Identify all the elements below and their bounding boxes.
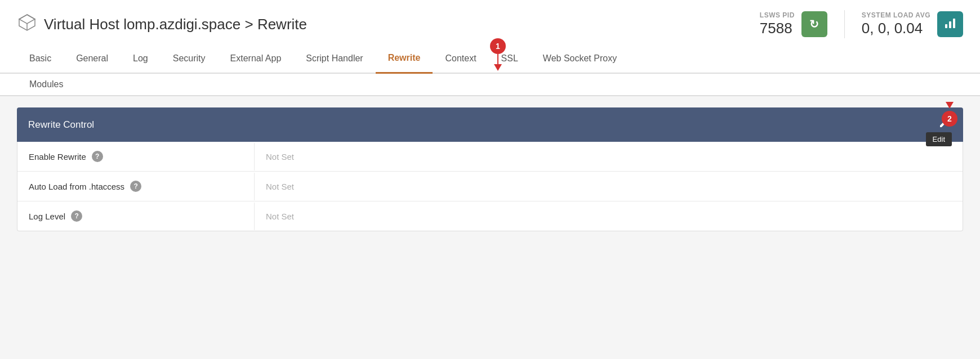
svg-rect-3 <box>945 24 947 28</box>
table-row: Log Level ? Not Set <box>17 201 963 231</box>
section-header: Rewrite Control Edit <box>17 107 963 142</box>
chart-icon <box>943 16 957 33</box>
rewrite-control-table: Enable Rewrite ? Not Set Auto Load from … <box>17 142 963 231</box>
refresh-icon: ↻ <box>809 17 819 31</box>
tab-modules[interactable]: Modules <box>17 74 75 95</box>
cube-icon <box>17 12 37 37</box>
enable-rewrite-help[interactable]: ? <box>92 151 103 162</box>
tab-ssl[interactable]: SSL <box>489 44 531 73</box>
edit-button[interactable]: Edit <box>936 115 952 134</box>
system-load-value: 0, 0, 0.04 <box>862 20 930 37</box>
svg-marker-1 <box>19 15 35 24</box>
svg-rect-5 <box>953 19 955 28</box>
enable-rewrite-label: Enable Rewrite <box>29 152 86 161</box>
lsws-pid-label: LSWS PID <box>760 11 795 19</box>
edit-tooltip: Edit <box>926 132 952 146</box>
table-row: Enable Rewrite ? Not Set <box>17 142 963 172</box>
tab-external-app[interactable]: External App <box>218 44 294 73</box>
chart-button[interactable] <box>937 11 963 37</box>
tab-log[interactable]: Log <box>121 44 161 73</box>
stat-divider <box>844 10 845 38</box>
tab-web-socket-proxy[interactable]: Web Socket Proxy <box>531 44 629 73</box>
page-title: Virtual Host lomp.azdigi.space > Rewrite <box>17 12 307 37</box>
auto-load-htaccess-help[interactable]: ? <box>130 181 141 192</box>
section-title: Rewrite Control <box>28 119 94 131</box>
tab-general[interactable]: General <box>64 44 121 73</box>
svg-rect-4 <box>949 21 951 28</box>
tab-context[interactable]: Context <box>433 44 488 73</box>
tab-security[interactable]: Security <box>161 44 218 73</box>
tab-basic[interactable]: Basic <box>17 44 64 73</box>
nav-tabs: Basic General Log Security External App … <box>0 44 980 74</box>
system-load-label: SYSTEM LOAD AVG <box>862 11 930 19</box>
lsws-pid-value: 7588 <box>760 20 795 37</box>
auto-load-htaccess-value: Not Set <box>254 173 963 200</box>
auto-load-htaccess-label: Auto Load from .htaccess <box>29 182 124 191</box>
log-level-help[interactable]: ? <box>71 210 82 222</box>
log-level-value: Not Set <box>254 203 963 230</box>
tab-script-handler[interactable]: Script Handler <box>293 44 375 73</box>
nav-tabs-row2: Modules <box>0 74 980 96</box>
refresh-button[interactable]: ↻ <box>801 11 827 37</box>
table-row: Auto Load from .htaccess ? Not Set <box>17 172 963 201</box>
log-level-label: Log Level <box>29 212 65 221</box>
tab-rewrite[interactable]: Rewrite <box>376 44 433 74</box>
page-title-text: Virtual Host lomp.azdigi.space > Rewrite <box>44 16 307 33</box>
enable-rewrite-value: Not Set <box>254 143 963 170</box>
